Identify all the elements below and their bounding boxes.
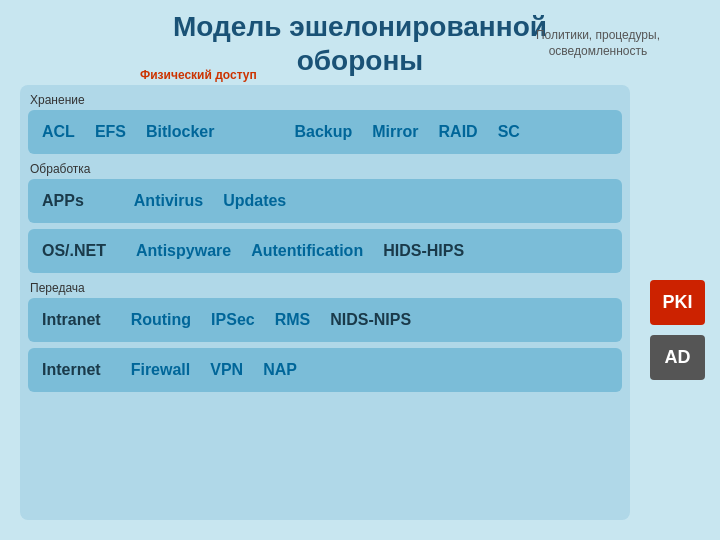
pki-badge[interactable]: PKI: [650, 280, 705, 325]
storage-backup: Backup: [294, 123, 352, 141]
transfer-row1: Intranet Routing IPSec RMS NIDS-NIPS: [28, 298, 622, 342]
os-net-item: OS/.NET: [42, 242, 106, 260]
transfer-section: Передача Intranet Routing IPSec RMS NIDS…: [28, 281, 622, 392]
main-container: Модель эшелонированной обороны Политики,…: [0, 0, 720, 540]
storage-label: Хранение: [28, 93, 622, 107]
storage-mirror: Mirror: [372, 123, 418, 141]
processing-row1: APPs Antivirus Updates: [28, 179, 622, 223]
nap-item: NAP: [263, 361, 297, 379]
storage-bitlocker: Bitlocker: [146, 123, 214, 141]
storage-sc: SC: [498, 123, 520, 141]
storage-acl: ACL: [42, 123, 75, 141]
processing-row2: OS/.NET Antispyware Autentification HIDS…: [28, 229, 622, 273]
ad-badge[interactable]: AD: [650, 335, 705, 380]
intranet-item: Intranet: [42, 311, 101, 329]
ad-label: AD: [665, 347, 691, 368]
autentification-item: Autentification: [251, 242, 363, 260]
antispyware-item: Antispyware: [136, 242, 231, 260]
storage-section: Хранение ACL EFS Bitlocker Backup Mirror…: [28, 93, 622, 154]
pki-label: PKI: [662, 292, 692, 313]
antivirus-item: Antivirus: [134, 192, 203, 210]
nids-nips-item: NIDS-NIPS: [330, 311, 411, 329]
apps-item: APPs: [42, 192, 84, 210]
content-area: Хранение ACL EFS Bitlocker Backup Mirror…: [20, 85, 630, 520]
internet-item: Internet: [42, 361, 101, 379]
vpn-item: VPN: [210, 361, 243, 379]
routing-item: Routing: [131, 311, 191, 329]
rms-item: RMS: [275, 311, 311, 329]
processing-label: Обработка: [28, 162, 622, 176]
storage-raid: RAID: [439, 123, 478, 141]
physical-label-text: Физический доступ: [140, 68, 257, 82]
transfer-row2: Internet Firewall VPN NAP: [28, 348, 622, 392]
title-line1: Модель эшелонированной: [173, 11, 547, 42]
storage-efs: EFS: [95, 123, 126, 141]
storage-row: ACL EFS Bitlocker Backup Mirror RAID SC: [28, 110, 622, 154]
policy-label: Политики, процедуры,осведомленность: [536, 28, 660, 59]
ipsec-item: IPSec: [211, 311, 255, 329]
processing-section: Обработка APPs Antivirus Updates OS/.NET…: [28, 162, 622, 273]
firewall-item: Firewall: [131, 361, 191, 379]
hids-hips-item: HIDS-HIPS: [383, 242, 464, 260]
transfer-label: Передача: [28, 281, 622, 295]
physical-access-label: Физический доступ: [140, 68, 257, 82]
title-line2: обороны: [297, 45, 424, 76]
updates-item: Updates: [223, 192, 286, 210]
